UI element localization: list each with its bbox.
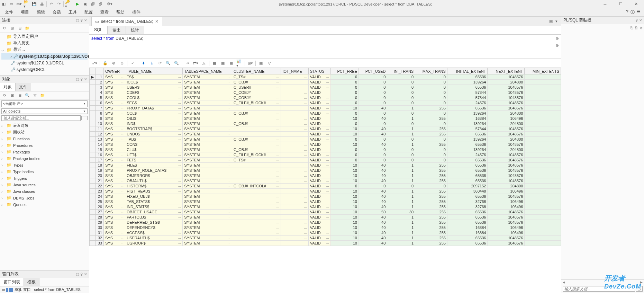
lock-icon[interactable]: 🔒 [102, 60, 108, 66]
table-row[interactable]: 16SYS…UET$…SYSTEM…C_FILE#_BLOCK#……VALID…… [90, 152, 561, 158]
tree-import-fixed[interactable]: 📁导入固定用户 [1, 33, 88, 40]
object-tree[interactable]: ›📁最近对象›📁回收站›📁Functions›📁Procedures›📁Pack… [0, 122, 89, 270]
table-row[interactable]: 11SYS…BOOTSTRAP$…SYSTEM………VALID…10401255… [90, 126, 561, 132]
filter-icon[interactable]: ▽ [266, 60, 272, 66]
list-icon[interactable]: ☰ [637, 9, 641, 15]
redo-icon[interactable]: ↷ [56, 1, 62, 7]
editor-tab[interactable]: ▭ select * from DBA_TABLES; ✕ [91, 17, 162, 26]
add-row-icon[interactable]: ⊕ [110, 60, 117, 66]
fetch-all-icon[interactable]: ⤓ [148, 60, 155, 66]
sql-editor[interactable]: select * from DBA_TABLES; ⊕⊕ [89, 35, 561, 59]
menu-tools[interactable]: 工具 [69, 9, 77, 15]
table-row[interactable]: 2SYS…ICOL$…SYSTEM…C_OBJ#……VALID…00001392… [90, 80, 561, 85]
table-row[interactable]: 26SYS…IND_STATS$…SYSTEM………VALID…10401255… [90, 204, 561, 210]
table-row[interactable]: 19SYS…PROXY_ROLE_DATA$…SYSTEM………VALID…10… [90, 168, 561, 173]
obj-tree-item[interactable]: ›📁Type bodies [1, 168, 88, 175]
search-more-button[interactable]: … [81, 116, 88, 120]
table-row[interactable]: 20SYS…OBJERROR$…SYSTEM………VALID…104012556… [90, 173, 561, 178]
save-icon[interactable]: 💾 [31, 1, 37, 7]
table-row[interactable]: 18SYS…FILE$…SYSTEM………VALID…1040125565536… [90, 163, 561, 168]
undo-icon[interactable]: ↶ [48, 1, 54, 7]
col-header[interactable]: MIN_EXTENTS [525, 68, 561, 74]
subtab-sql[interactable]: SQL [89, 26, 108, 34]
tree-import-history[interactable]: 📁导入历史 [1, 40, 88, 46]
table-row[interactable]: 33SYS…UGROUP$…SYSTEM………VALID…10401255655… [90, 241, 561, 246]
table-row[interactable]: 17SYS…FET$…SYSTEM…C_TS#……VALID…000065536… [90, 158, 561, 163]
table-row[interactable]: 14SYS…CON$…SYSTEM………VALID…10401255655361… [90, 142, 561, 147]
col-header[interactable]: CLUSTER_NAME [232, 68, 281, 74]
find-icon[interactable]: 🔍 [165, 60, 171, 66]
subtab-stats[interactable]: 统计 [126, 26, 144, 34]
table-row[interactable]: ▶1SYS…TS$…SYSTEM…C_TS#……VALID…0000655361… [90, 74, 561, 80]
folder-icon[interactable]: 📁 [39, 92, 46, 99]
table-row[interactable]: 28SYS…PARTOBJ$…SYSTEM………VALID…1040125565… [90, 215, 561, 220]
refresh-icon[interactable]: ⟳ [1, 25, 8, 32]
db-icon[interactable]: 🗊 [90, 1, 96, 7]
fetch-icon[interactable]: ⬇ [140, 60, 146, 66]
tab-files[interactable]: 文件 [16, 83, 31, 91]
col-header[interactable]: PCT_FREE [331, 68, 359, 74]
menu-session[interactable]: 会话 [53, 9, 61, 15]
close-tab-icon[interactable]: ✕ [155, 19, 158, 24]
obj-tree-item[interactable]: ›📁最近对象 [1, 122, 88, 129]
obj-tree-item[interactable]: ›📁Packages [1, 149, 88, 155]
user-combo[interactable]: <当前用户>▼ [1, 100, 88, 107]
db2-icon[interactable]: 🗊 [97, 1, 103, 7]
table-row[interactable]: 29SYS…DEFERRED_STG$…SYSTEM………VALID…10401… [90, 220, 561, 225]
table-row[interactable]: 32SYS…USERAUTH$…SYSTEM………VALID…104012556… [90, 236, 561, 241]
menu-view[interactable]: 查看 [100, 9, 109, 15]
menu-file[interactable]: 文件 [5, 9, 13, 15]
menu-help[interactable]: 帮助 [116, 9, 125, 15]
col-header[interactable]: INITIAL_EXTENT [447, 68, 488, 74]
remove-box-icon[interactable]: ⊟ [17, 25, 23, 32]
table-row[interactable]: 10SYS…IND$…SYSTEM…C_OBJ#……VALID…00001392… [90, 121, 561, 126]
collapse-icon[interactable]: ⊟ [17, 92, 23, 99]
down-arrow-icon[interactable]: ⊕ [555, 43, 559, 48]
menu-edit[interactable]: 编辑 [37, 9, 45, 15]
panel-pin-icon[interactable]: ⚲ [80, 18, 83, 22]
grid-nav-icon[interactable]: ⤢▾ [91, 60, 98, 66]
table-row[interactable]: 24SYS…FIXED_OBJ$…SYSTEM………VALID…10401255… [90, 194, 561, 199]
new-dd-icon[interactable]: ▭▾ [16, 1, 22, 7]
paste-icon[interactable]: ⎘ [635, 26, 637, 30]
tree-recent[interactable]: ⌵📁最近... [1, 46, 88, 53]
commit-icon[interactable]: ✓ [129, 60, 136, 66]
obj-tree-item[interactable]: ›📁Triggers [1, 175, 88, 181]
table-row[interactable]: 15SYS…CLU$…SYSTEM…C_OBJ#……VALID…00001392… [90, 147, 561, 152]
obj-tree-item[interactable]: ›📁Java classes [1, 188, 88, 195]
obj-tree-item[interactable]: ›📁Procedures [1, 142, 88, 149]
chart-icon[interactable]: 📊▾ [236, 60, 243, 66]
winlist-item[interactable]: ▭ SQL 窗口 - select * from DBA_TABLES; [0, 286, 89, 293]
table-row[interactable]: 5SYS…CCOL$…SYSTEM…C_COBJ#……VALID…0000573… [90, 95, 561, 100]
new-icon[interactable]: ▭ [8, 1, 15, 7]
stop-icon[interactable]: ▣ [82, 1, 88, 7]
object-search-input[interactable] [1, 115, 81, 121]
more-icon[interactable]: ▾ [555, 19, 557, 24]
result-grid[interactable]: OWNERTABLE_NAMETABLESPACE_NAMECLUSTER_NA… [89, 68, 561, 246]
col-header[interactable]: PCT_USED [359, 68, 387, 74]
refresh-icon[interactable]: ⟳ [1, 92, 8, 99]
obj-tree-item[interactable]: ›📁Types [1, 162, 88, 168]
key-icon[interactable]: 🔑▾ [65, 1, 71, 7]
panel-close-icon[interactable]: ✕ [84, 18, 87, 22]
table-row[interactable]: 22SYS…HISTGRM$…SYSTEM…C_OBJ#_INTCOL#……VA… [90, 184, 561, 189]
tab-winlist[interactable]: 窗口列表 [0, 278, 24, 286]
table-row[interactable]: 9SYS…OBJ$…SYSTEM………VALID…104012551638410… [90, 116, 561, 121]
table-row[interactable]: 27SYS…OBJECT_USAGE…SYSTEM………VALID…105030… [90, 210, 561, 215]
col-header[interactable]: TABLE_NAME [125, 68, 183, 74]
layout-icon[interactable]: ▤ [549, 19, 553, 24]
filter-icon[interactable]: ▽ [32, 92, 38, 99]
up-arrow-icon[interactable]: ⊕ [555, 36, 559, 41]
tab-templates[interactable]: 模板 [24, 278, 39, 286]
filter-combo[interactable]: All objects▼ [1, 108, 88, 114]
open-icon[interactable]: 📂▾ [24, 1, 30, 7]
col-header[interactable]: OWNER [104, 68, 125, 74]
table-row[interactable]: 25SYS…TAB_STATS$…SYSTEM………VALID…10401255… [90, 199, 561, 204]
tree-conn-1[interactable]: 🗝️system@127.0.0.1/ORCL [1, 60, 88, 66]
delete-icon[interactable]: ⊗ [640, 26, 643, 30]
find-obj-icon[interactable]: 🔍 [24, 92, 30, 99]
obj-tree-item[interactable]: ›📁Queues [1, 201, 88, 208]
subtab-output[interactable]: 输出 [108, 26, 126, 34]
col-header[interactable]: IOT_NAME [281, 68, 308, 74]
obj-tree-item[interactable]: ›📁Java sources [1, 181, 88, 188]
